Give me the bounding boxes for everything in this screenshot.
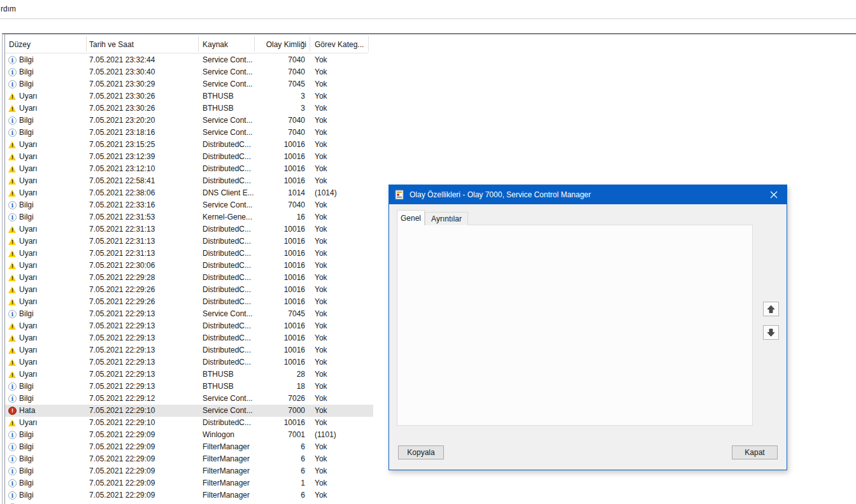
close-icon[interactable] xyxy=(761,185,787,204)
cell-task-category: Yok xyxy=(315,127,368,139)
event-row[interactable]: Uyarı 7.05.2021 22:31:13 DistributedC...… xyxy=(5,235,373,248)
level-icon xyxy=(8,153,17,161)
cell-event-id: 10016 xyxy=(254,175,305,187)
level-icon xyxy=(8,56,17,64)
event-row[interactable]: Uyarı 7.05.2021 22:29:13 DistributedC...… xyxy=(5,356,373,368)
event-row[interactable]: Uyarı 7.05.2021 22:29:13 DistributedC...… xyxy=(5,332,373,344)
cell-task-category: Yok xyxy=(315,272,368,284)
cell-event-id: 10016 xyxy=(254,223,305,235)
level-icon xyxy=(8,467,17,475)
dialog-titlebar[interactable]: Olay Özellikleri - Olay 7000, Service Co… xyxy=(389,185,787,204)
level-icon xyxy=(8,334,17,342)
cell-task-category: Yok xyxy=(315,308,368,320)
level-icon xyxy=(8,310,17,318)
level-icon xyxy=(8,274,17,282)
cell-level: Bilgi xyxy=(19,441,88,453)
event-row[interactable]: Hata 7.05.2021 22:29:10 Service Cont... … xyxy=(5,405,373,417)
cell-event-id: 6 xyxy=(254,489,305,501)
menu-item-help-partial[interactable]: rdım xyxy=(1,4,16,13)
cell-level: Uyarı xyxy=(19,175,88,187)
cell-source: DistributedC... xyxy=(203,223,253,235)
cell-event-id: 10016 xyxy=(254,320,305,332)
cell-task-category: Yok xyxy=(315,199,368,211)
event-row[interactable]: Uyarı 7.05.2021 22:58:41 DistributedC...… xyxy=(5,175,373,187)
event-row[interactable]: Bilgi 7.05.2021 23:32:44 Service Cont...… xyxy=(5,54,373,66)
column-separator[interactable] xyxy=(254,36,255,52)
event-row[interactable]: Bilgi 7.05.2021 23:30:40 Service Cont...… xyxy=(5,66,373,78)
column-separator[interactable] xyxy=(368,36,369,52)
arrow-up-icon xyxy=(767,305,775,314)
cell-level: Bilgi xyxy=(19,477,88,489)
event-row[interactable]: Bilgi 7.05.2021 22:29:09 FilterManager 6… xyxy=(5,453,373,465)
event-row[interactable]: Bilgi 7.05.2021 22:29:12 Service Cont...… xyxy=(5,393,373,405)
event-row[interactable]: Bilgi 7.05.2021 22:29:09 FilterManager 6… xyxy=(5,465,373,477)
event-row[interactable]: Bilgi 7.05.2021 23:30:29 Service Cont...… xyxy=(5,78,373,90)
event-row[interactable]: Uyarı 7.05.2021 22:29:26 DistributedC...… xyxy=(5,296,373,308)
event-row[interactable]: Bilgi 7.05.2021 23:18:16 Service Cont...… xyxy=(5,127,373,139)
tab-general[interactable]: Genel xyxy=(397,210,425,225)
cell-datetime: 7.05.2021 22:29:13 xyxy=(89,332,197,344)
event-row[interactable]: Bilgi 7.05.2021 22:31:53 Kernel-Gene... … xyxy=(5,211,373,223)
event-row[interactable]: Uyarı 7.05.2021 23:30:26 BTHUSB 3 Yok xyxy=(5,102,373,115)
cell-source: DistributedC... xyxy=(203,260,253,272)
close-button[interactable]: Kapat xyxy=(732,445,778,459)
cell-source: FilterManager xyxy=(203,489,253,501)
event-row[interactable]: Bilgi 7.05.2021 23:20:20 Service Cont...… xyxy=(5,115,373,127)
event-row[interactable]: Uyarı 7.05.2021 23:15:25 DistributedC...… xyxy=(5,139,373,151)
event-row[interactable]: Uyarı 7.05.2021 22:38:06 DNS Client E...… xyxy=(5,187,373,199)
cell-datetime: 7.05.2021 23:18:16 xyxy=(89,127,197,139)
cell-datetime: 7.05.2021 22:29:13 xyxy=(89,356,197,368)
cell-task-category: Yok xyxy=(315,248,368,260)
event-row[interactable]: Bilgi 7.05.2021 22:29:09 FilterManager 6… xyxy=(5,489,373,501)
level-icon xyxy=(8,225,17,234)
cell-event-id: 10016 xyxy=(254,344,305,356)
event-row[interactable]: Bilgi 7.05.2021 22:29:09 FilterManager 1… xyxy=(5,477,373,489)
event-row[interactable]: Bilgi 7.05.2021 22:33:16 Service Cont...… xyxy=(5,199,373,211)
cell-event-id: 3 xyxy=(254,90,305,102)
column-header-level[interactable]: Düzey xyxy=(9,34,85,53)
event-row[interactable] xyxy=(5,501,373,504)
previous-event-button[interactable] xyxy=(763,302,779,316)
cell-event-id: 7040 xyxy=(254,54,305,66)
column-separator[interactable] xyxy=(86,36,87,52)
event-row[interactable]: Uyarı 7.05.2021 22:29:26 DistributedC...… xyxy=(5,284,373,296)
cell-datetime: 7.05.2021 22:58:41 xyxy=(89,175,197,187)
cell-task-category: (1101) xyxy=(315,429,368,441)
level-icon xyxy=(8,407,17,415)
event-row[interactable]: Bilgi 7.05.2021 22:29:13 BTHUSB 18 Yok xyxy=(5,381,373,393)
next-event-button[interactable] xyxy=(763,325,779,340)
event-row[interactable]: Uyarı 7.05.2021 22:29:10 DistributedC...… xyxy=(5,417,373,429)
column-header-task-category[interactable]: Görev Kateg... xyxy=(315,34,368,53)
event-row[interactable]: Bilgi 7.05.2021 22:29:13 Service Cont...… xyxy=(5,308,373,320)
cell-datetime: 7.05.2021 23:30:29 xyxy=(89,78,197,90)
cell-source: Service Cont... xyxy=(203,127,253,139)
event-row[interactable]: Uyarı 7.05.2021 23:12:39 DistributedC...… xyxy=(5,151,373,163)
event-row[interactable]: Uyarı 7.05.2021 23:30:26 BTHUSB 3 Yok xyxy=(5,90,373,102)
event-row[interactable]: Bilgi 7.05.2021 22:29:09 FilterManager 6… xyxy=(5,441,373,453)
event-row[interactable]: Bilgi 7.05.2021 22:29:09 Winlogon 7001 (… xyxy=(5,429,373,441)
cell-task-category: Yok xyxy=(315,296,368,308)
column-separator[interactable] xyxy=(198,36,199,52)
cell-source: FilterManager xyxy=(203,477,253,489)
column-separator[interactable] xyxy=(310,36,310,52)
column-header-event-id[interactable]: Olay Kimliği xyxy=(254,34,306,53)
cell-event-id: 7045 xyxy=(254,308,305,320)
event-row[interactable]: Uyarı 7.05.2021 22:29:13 DistributedC...… xyxy=(5,320,373,332)
cell-level: Bilgi xyxy=(19,489,88,501)
event-row[interactable]: Uyarı 7.05.2021 22:29:13 DistributedC...… xyxy=(5,344,373,356)
cell-task-category: Yok xyxy=(315,368,368,381)
column-header-datetime[interactable]: Tarih ve Saat xyxy=(89,34,197,53)
events-panel-splitter[interactable] xyxy=(2,33,3,504)
column-header-source[interactable]: Kaynak xyxy=(203,34,257,53)
copy-button[interactable]: Kopyala xyxy=(398,445,444,459)
event-row[interactable]: Uyarı 7.05.2021 22:31:13 DistributedC...… xyxy=(5,248,373,260)
event-row[interactable]: Uyarı 7.05.2021 22:31:13 DistributedC...… xyxy=(5,223,373,235)
event-row[interactable]: Uyarı 7.05.2021 22:29:13 BTHUSB 28 Yok xyxy=(5,368,373,381)
event-row[interactable]: Uyarı 7.05.2021 23:12:10 DistributedC...… xyxy=(5,163,373,175)
cell-source: Kernel-Gene... xyxy=(203,211,253,223)
cell-task-category: Yok xyxy=(315,78,368,90)
cell-task-category: Yok xyxy=(315,320,368,332)
event-row[interactable]: Uyarı 7.05.2021 22:29:28 DistributedC...… xyxy=(5,272,373,284)
tab-details[interactable]: Ayrıntılar xyxy=(425,212,468,225)
event-row[interactable]: Uyarı 7.05.2021 22:30:06 DistributedC...… xyxy=(5,260,373,272)
